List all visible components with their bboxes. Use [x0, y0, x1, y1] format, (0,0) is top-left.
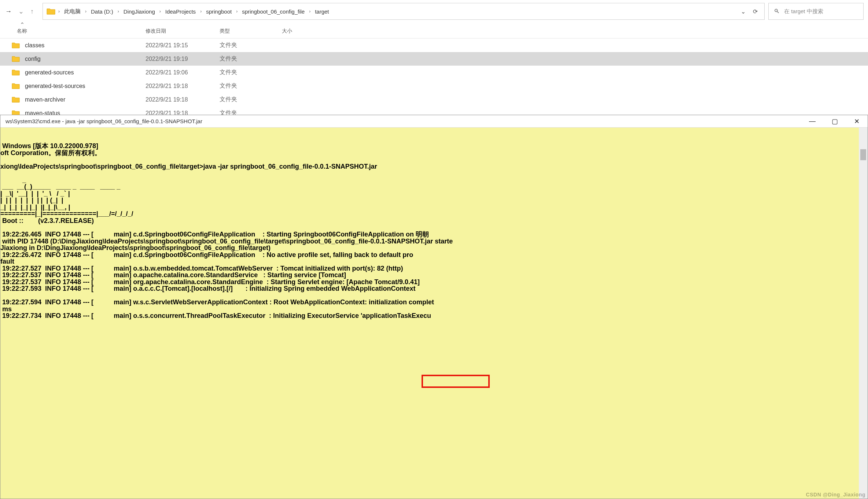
folder-icon — [12, 69, 20, 76]
breadcrumb-sep-icon: › — [85, 9, 87, 14]
cmd-window: ws\System32\cmd.exe - java -jar springbo… — [0, 115, 868, 499]
col-size-header[interactable]: 大小 — [282, 28, 292, 34]
file-type: 文件夹 — [215, 69, 277, 76]
column-headers[interactable]: 名称 修改日期 类型 大小 — [0, 24, 868, 38]
folder-icon — [12, 56, 20, 62]
highlight-annotation — [422, 375, 490, 388]
forward-arrow-icon[interactable]: → — [5, 8, 12, 15]
file-name: generated-test-sources — [25, 83, 85, 89]
file-name: classes — [25, 42, 44, 49]
breadcrumb-sep-icon: › — [236, 9, 238, 14]
console-output[interactable]: Windows [版本 10.0.22000.978] oft Corporat… — [0, 128, 868, 499]
breadcrumb-item[interactable]: IdeaProjects — [164, 8, 197, 15]
address-bar[interactable]: › 此电脑›Data (D:)›DingJiaxiong›IdeaProject… — [43, 3, 765, 20]
breadcrumb-sep-icon: › — [200, 9, 202, 14]
window-controls: — ▢ ✕ — [809, 117, 863, 125]
breadcrumb-item[interactable]: springboot_06_config_file — [240, 8, 306, 15]
cmd-title-text: ws\System32\cmd.exe - java -jar springbo… — [5, 118, 809, 124]
folder-icon — [12, 83, 20, 89]
file-row[interactable]: maven-archiver2022/9/21 19:18文件夹 — [0, 93, 868, 106]
file-type: 文件夹 — [215, 41, 277, 49]
file-date: 2022/9/21 19:18 — [140, 96, 215, 103]
cmd-titlebar[interactable]: ws\System32\cmd.exe - java -jar springbo… — [0, 115, 868, 128]
file-name: maven-archiver — [25, 96, 65, 103]
folder-icon — [12, 96, 20, 103]
minimize-icon[interactable]: — — [809, 117, 816, 125]
file-explorer: → ⌄ ↑ › 此电脑›Data (D:)›DingJiaxiong›IdeaP… — [0, 0, 868, 120]
file-row[interactable]: generated-test-sources2022/9/21 19:18文件夹 — [0, 79, 868, 93]
breadcrumb-item[interactable]: DingJiaxiong — [122, 8, 157, 15]
scrollbar[interactable] — [859, 128, 868, 499]
col-date-header[interactable]: 修改日期 — [146, 28, 166, 34]
breadcrumb-sep-icon: › — [118, 9, 119, 14]
breadcrumb-sep-icon: › — [309, 9, 310, 14]
breadcrumb-item[interactable]: springboot — [205, 8, 233, 15]
breadcrumb-sep-icon: › — [58, 9, 60, 14]
file-type: 文件夹 — [215, 82, 277, 90]
file-type: 文件夹 — [215, 96, 277, 103]
col-name-header[interactable]: 名称 — [17, 28, 27, 34]
folder-icon — [47, 8, 55, 15]
file-row[interactable]: generated-sources2022/9/21 19:06文件夹 — [0, 66, 868, 79]
breadcrumb-sep-icon: › — [159, 9, 161, 14]
file-date: 2022/9/21 19:18 — [140, 83, 215, 89]
close-icon[interactable]: ✕ — [854, 117, 860, 125]
search-icon: 🔍︎ — [774, 8, 780, 15]
file-name: config — [25, 56, 41, 62]
address-dropdown-icon[interactable]: ⌄ — [741, 8, 746, 15]
scrollbar-thumb[interactable] — [860, 149, 866, 160]
col-type-header[interactable]: 类型 — [220, 28, 230, 34]
explorer-toolbar: → ⌄ ↑ › 此电脑›Data (D:)›DingJiaxiong›IdeaP… — [0, 0, 868, 24]
file-type: 文件夹 — [215, 55, 277, 63]
file-list: 名称 修改日期 类型 大小 classes2022/9/21 19:15文件夹c… — [0, 24, 868, 120]
file-date: 2022/9/21 19:19 — [140, 56, 215, 62]
maximize-icon[interactable]: ▢ — [832, 117, 838, 125]
file-name: generated-sources — [25, 69, 74, 76]
breadcrumb-item[interactable]: Data (D:) — [89, 8, 115, 15]
folder-icon — [12, 42, 20, 49]
file-row[interactable]: classes2022/9/21 19:15文件夹 — [0, 38, 868, 52]
breadcrumb-item[interactable]: 此电脑 — [63, 7, 82, 16]
nav-buttons: → ⌄ ↑ — [0, 7, 39, 15]
breadcrumb: 此电脑›Data (D:)›DingJiaxiong›IdeaProjects›… — [63, 7, 738, 16]
file-date: 2022/9/21 19:06 — [140, 69, 215, 76]
file-row[interactable]: config2022/9/21 19:19文件夹 — [0, 52, 868, 66]
refresh-icon[interactable]: ⟳ — [753, 8, 758, 15]
file-date: 2022/9/21 19:15 — [140, 42, 215, 49]
dropdown-chevron-icon[interactable]: ⌄ — [18, 7, 24, 15]
breadcrumb-item[interactable]: target — [313, 8, 330, 15]
search-input[interactable]: 🔍︎ 在 target 中搜索 — [768, 3, 864, 20]
watermark: CSDN @Ding_Jiaxiong — [806, 492, 865, 497]
up-arrow-icon[interactable]: ↑ — [30, 8, 34, 15]
search-placeholder: 在 target 中搜索 — [784, 8, 823, 15]
